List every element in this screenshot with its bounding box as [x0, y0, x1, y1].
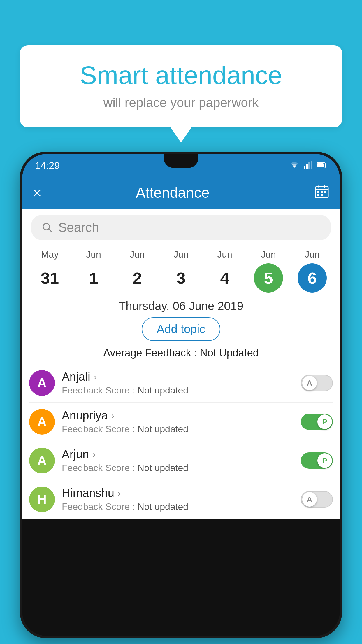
attendance-toggle-0[interactable]: A	[301, 375, 333, 391]
cal-day-num-6: 6	[298, 263, 327, 293]
chevron-icon-3: ›	[118, 488, 121, 498]
wifi-icon	[289, 161, 300, 169]
toggle-knob-1: P	[317, 414, 332, 429]
student-name-3: Himanshu ›	[62, 487, 294, 500]
avg-feedback-label: Average Feedback :	[103, 347, 200, 359]
student-item-0[interactable]: AAnjali ›Feedback Score : Not updatedA	[29, 364, 333, 402]
toggle-knob-0: A	[302, 376, 317, 390]
chevron-icon-2: ›	[92, 449, 95, 459]
student-info-0: Anjali ›Feedback Score : Not updated	[62, 370, 294, 396]
attendance-toggle-2[interactable]: P	[301, 452, 333, 469]
student-feedback-2: Feedback Score : Not updated	[62, 463, 294, 473]
notch	[164, 154, 198, 168]
calendar-strip: May31Jun1Jun2Jun3Jun4Jun5Jun6	[22, 246, 340, 293]
chevron-icon-1: ›	[111, 411, 114, 421]
cal-day-num-1: 1	[79, 263, 108, 293]
student-avatar-2: A	[29, 448, 55, 473]
selected-date: Thursday, 06 June 2019	[22, 293, 340, 317]
bubble-title: Smart attendance	[37, 61, 325, 90]
cal-day-num-4: 4	[210, 263, 239, 293]
bubble-subtitle: will replace your paperwork	[37, 95, 325, 110]
cal-month-4: Jun	[217, 249, 232, 260]
header-title: Attendance	[50, 184, 295, 201]
average-feedback: Average Feedback : Not Updated	[22, 347, 340, 359]
student-info-2: Arjun ›Feedback Score : Not updated	[62, 448, 294, 473]
cal-day-num-5: 5	[254, 263, 283, 293]
toggle-container-0[interactable]: A	[301, 375, 333, 391]
student-item-2[interactable]: AArjun ›Feedback Score : Not updatedP	[29, 441, 333, 480]
student-item-3[interactable]: HHimanshu ›Feedback Score : Not updatedA	[29, 480, 333, 519]
svg-rect-13	[324, 191, 326, 193]
cal-month-6: Jun	[305, 249, 320, 260]
svg-rect-2	[308, 162, 310, 169]
signal-icon	[304, 161, 312, 169]
calendar-day-1[interactable]: Jun1	[76, 249, 111, 293]
search-icon	[41, 222, 53, 233]
toggle-container-3[interactable]: A	[301, 491, 333, 508]
calendar-day-2[interactable]: Jun2	[120, 249, 155, 293]
svg-rect-14	[317, 194, 319, 196]
phone-inner: 14:29	[22, 154, 340, 636]
chevron-icon-0: ›	[94, 372, 97, 382]
cal-day-num-0: 31	[35, 263, 64, 293]
status-time: 14:29	[35, 160, 60, 171]
status-bar: 14:29	[22, 154, 340, 177]
toggle-knob-2: P	[317, 453, 332, 468]
svg-line-17	[49, 229, 52, 232]
search-bar[interactable]: Search	[31, 215, 331, 240]
search-placeholder: Search	[58, 220, 99, 235]
calendar-day-3[interactable]: Jun3	[164, 249, 198, 293]
svg-rect-0	[304, 166, 305, 169]
app-header: × Attendance	[22, 177, 340, 209]
calendar-day-4[interactable]: Jun4	[207, 249, 242, 293]
toggle-container-1[interactable]: P	[301, 414, 333, 430]
phone-frame: 14:29	[20, 152, 342, 638]
student-feedback-0: Feedback Score : Not updated	[62, 385, 294, 396]
student-list: AAnjali ›Feedback Score : Not updatedAAA…	[22, 364, 340, 519]
cal-month-0: May	[41, 249, 59, 260]
svg-rect-12	[321, 191, 323, 193]
student-info-3: Himanshu ›Feedback Score : Not updated	[62, 487, 294, 512]
calendar-day-6[interactable]: Jun6	[295, 249, 330, 293]
svg-rect-6	[317, 163, 324, 167]
status-icons	[289, 161, 327, 169]
toggle-knob-3: A	[302, 492, 317, 507]
student-feedback-3: Feedback Score : Not updated	[62, 501, 294, 512]
speech-bubble-container: Smart attendance will replace your paper…	[20, 45, 342, 127]
avg-feedback-value: Not Updated	[200, 347, 259, 359]
student-feedback-1: Feedback Score : Not updated	[62, 424, 294, 435]
student-name-0: Anjali ›	[62, 370, 294, 383]
speech-bubble: Smart attendance will replace your paper…	[20, 45, 342, 127]
svg-rect-1	[306, 164, 308, 169]
student-item-1[interactable]: AAnupriya ›Feedback Score : Not updatedP	[29, 402, 333, 441]
student-avatar-1: A	[29, 409, 55, 435]
cal-month-2: Jun	[130, 249, 145, 260]
app-content: Search May31Jun1Jun2Jun3Jun4Jun5Jun6 Thu…	[22, 209, 340, 519]
cal-day-num-3: 3	[166, 263, 196, 293]
calendar-icon[interactable]	[314, 184, 329, 202]
toggle-container-2[interactable]: P	[301, 452, 333, 469]
svg-rect-15	[321, 194, 323, 196]
calendar-day-0[interactable]: May31	[32, 249, 67, 293]
svg-rect-3	[311, 161, 312, 169]
svg-rect-11	[317, 191, 319, 193]
student-avatar-3: H	[29, 487, 55, 512]
cal-month-1: Jun	[86, 249, 101, 260]
add-topic-button[interactable]: Add topic	[142, 317, 221, 341]
battery-icon	[317, 162, 327, 169]
close-button[interactable]: ×	[33, 185, 41, 200]
student-info-1: Anupriya ›Feedback Score : Not updated	[62, 409, 294, 435]
student-name-1: Anupriya ›	[62, 409, 294, 422]
svg-rect-5	[325, 164, 326, 167]
attendance-toggle-1[interactable]: P	[301, 414, 333, 430]
calendar-day-5[interactable]: Jun5	[251, 249, 286, 293]
attendance-toggle-3[interactable]: A	[301, 491, 333, 508]
cal-month-5: Jun	[261, 249, 276, 260]
phone-screen: Search May31Jun1Jun2Jun3Jun4Jun5Jun6 Thu…	[22, 209, 340, 519]
student-name-2: Arjun ›	[62, 448, 294, 461]
cal-month-3: Jun	[173, 249, 189, 260]
student-avatar-0: A	[29, 370, 55, 396]
cal-day-num-2: 2	[123, 263, 152, 293]
